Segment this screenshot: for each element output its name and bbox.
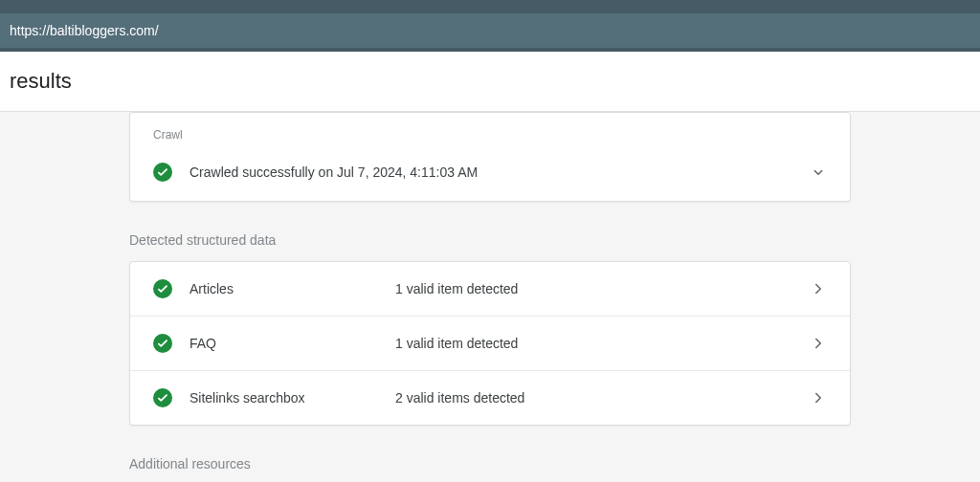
chevron-right-icon [810, 389, 827, 406]
data-item-name: FAQ [189, 336, 395, 351]
crawl-status-text: Crawled successfully on Jul 7, 2024, 4:1… [189, 164, 810, 180]
data-item-status: 2 valid items detected [395, 390, 810, 405]
page-title: results [10, 69, 72, 93]
content-area: Crawl Crawled successfully on Jul 7, 202… [0, 112, 980, 482]
data-row-faq[interactable]: FAQ 1 valid item detected [130, 317, 850, 371]
crawl-row[interactable]: Crawled successfully on Jul 7, 2024, 4:1… [130, 149, 850, 201]
data-item-status: 1 valid item detected [395, 281, 810, 296]
check-icon [153, 163, 172, 182]
data-row-sitelinks[interactable]: Sitelinks searchbox 2 valid items detect… [130, 371, 850, 425]
check-icon [153, 334, 172, 353]
check-icon [153, 388, 172, 407]
chevron-right-icon [810, 335, 827, 352]
data-row-articles[interactable]: Articles 1 valid item detected [130, 262, 850, 317]
structured-data-card: Articles 1 valid item detected FAQ 1 val… [129, 261, 851, 426]
url-bar: https://baltibloggers.com/ [0, 13, 980, 48]
url-text: https://baltibloggers.com/ [10, 23, 159, 38]
chevron-right-icon [810, 280, 827, 297]
structured-data-section-label: Detected structured data [129, 202, 851, 261]
data-item-name: Sitelinks searchbox [189, 390, 395, 405]
check-icon [153, 279, 172, 298]
crawl-section-label: Crawl [130, 113, 850, 149]
page-header: results [0, 52, 980, 112]
crawl-card: Crawl Crawled successfully on Jul 7, 202… [129, 112, 851, 202]
window-chrome-top [0, 0, 980, 13]
additional-resources-label: Additional resources [129, 426, 851, 482]
chevron-down-icon [810, 164, 827, 181]
data-item-name: Articles [189, 281, 395, 296]
data-item-status: 1 valid item detected [395, 336, 810, 351]
